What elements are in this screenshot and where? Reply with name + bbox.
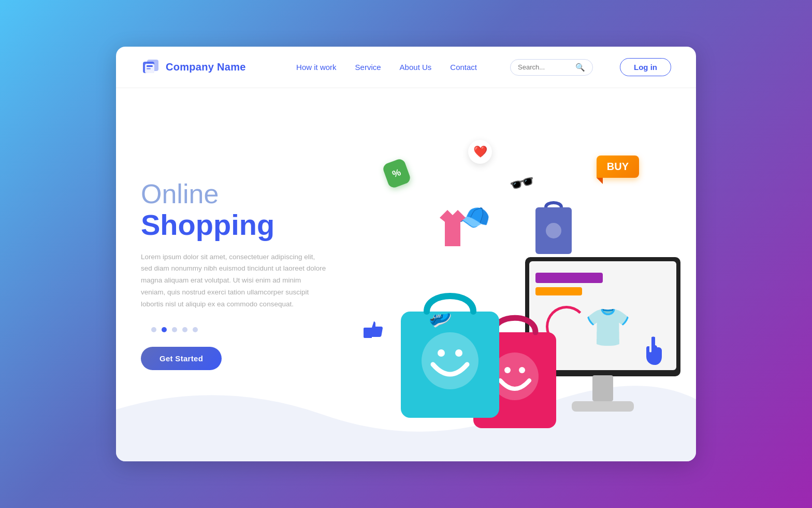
search-bar: 🔍 xyxy=(510,59,593,76)
nav-contact[interactable]: Contact xyxy=(450,63,477,72)
login-button[interactable]: Log in xyxy=(620,58,671,76)
svg-point-14 xyxy=(519,367,525,373)
svg-rect-20 xyxy=(592,375,613,401)
navbar: Company Name How it work Service About U… xyxy=(116,47,696,88)
logo-icon xyxy=(141,58,161,77)
svg-point-9 xyxy=(438,349,445,357)
nav-service[interactable]: Service xyxy=(355,63,381,72)
like-icon xyxy=(359,315,386,347)
dot-2[interactable] xyxy=(162,327,167,332)
hero-illustration: BUY % ❤️ 🕶️ 🧢 👟 xyxy=(344,98,696,461)
svg-text:👕: 👕 xyxy=(585,305,631,349)
pink-shirt-spill xyxy=(437,207,468,251)
cursor-icon xyxy=(640,335,666,371)
hero-description: Lorem ipsum dolor sit amet, consectetuer… xyxy=(141,251,327,311)
dot-4[interactable] xyxy=(182,327,187,332)
main-card: Company Name How it work Service About U… xyxy=(116,47,696,461)
svg-rect-21 xyxy=(572,401,634,412)
search-input[interactable] xyxy=(518,63,571,71)
search-icon[interactable]: 🔍 xyxy=(575,63,585,72)
nav-how-it-work[interactable]: How it work xyxy=(296,63,337,72)
dot-1[interactable] xyxy=(151,327,156,332)
percent-tag: % xyxy=(382,158,412,189)
hero-title-light: Online xyxy=(141,179,358,209)
spinner-circle xyxy=(546,306,587,347)
svg-rect-18 xyxy=(535,287,582,295)
dot-5[interactable] xyxy=(193,327,198,332)
dot-3[interactable] xyxy=(172,327,177,332)
hero-left: Online Shopping Lorem ipsum dolor sit am… xyxy=(141,179,358,370)
svg-point-8 xyxy=(422,332,479,389)
svg-rect-4 xyxy=(147,68,151,69)
hero-title-bold: Shopping xyxy=(141,209,358,241)
slide-dots xyxy=(151,327,358,332)
heart-notification: ❤️ xyxy=(468,140,492,164)
hero-section: Online Shopping Lorem ipsum dolor sit am… xyxy=(116,88,696,461)
nav-links: How it work Service About Us Contact 🔍 L… xyxy=(296,58,671,76)
company-name: Company Name xyxy=(166,61,246,73)
svg-rect-17 xyxy=(535,273,603,283)
sunglasses-icon: 🕶️ xyxy=(507,168,538,198)
svg-point-10 xyxy=(455,349,462,357)
purple-shirt-bag xyxy=(530,197,577,261)
get-started-button[interactable]: Get Started xyxy=(141,347,222,370)
nav-about-us[interactable]: About Us xyxy=(400,63,432,72)
buy-badge: BUY xyxy=(597,156,639,178)
logo-area: Company Name xyxy=(141,58,246,77)
svg-point-6 xyxy=(546,223,561,238)
teal-bag xyxy=(396,280,504,425)
svg-rect-3 xyxy=(147,65,153,67)
svg-point-13 xyxy=(504,367,511,373)
